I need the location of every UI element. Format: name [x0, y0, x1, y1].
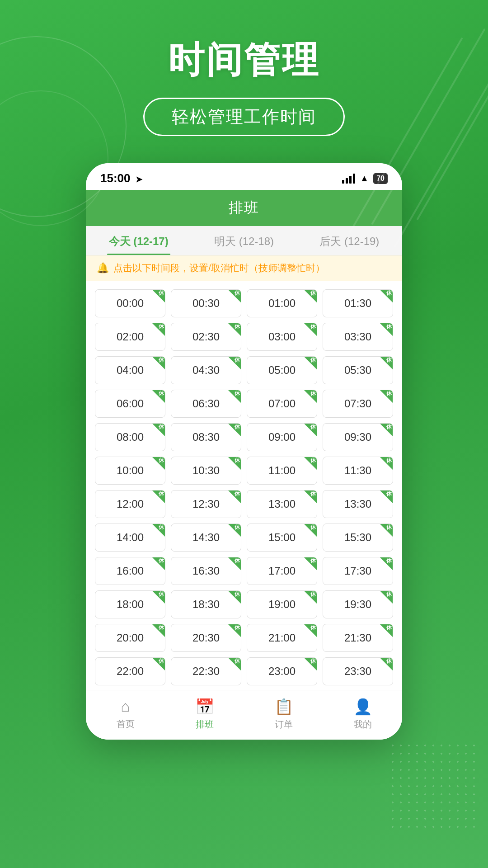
- time-slot-1500[interactable]: 15:00 休: [247, 524, 317, 552]
- rest-text: 休: [159, 524, 164, 530]
- time-slot-1900[interactable]: 19:00 休: [247, 590, 317, 618]
- rest-text: 休: [159, 558, 164, 563]
- time-slot-1130[interactable]: 11:30 休: [323, 457, 393, 485]
- time-slot-1100[interactable]: 11:00 休: [247, 457, 317, 485]
- time-slot-0600[interactable]: 06:00 休: [95, 390, 165, 418]
- status-icons: ▲ 70: [342, 173, 388, 184]
- time-slot-0500[interactable]: 05:00 休: [247, 356, 317, 384]
- time-slot-1000[interactable]: 10:00 休: [95, 457, 165, 485]
- time-slot-label: 21:00: [268, 632, 296, 644]
- time-slot-1730[interactable]: 17:30 休: [323, 557, 393, 585]
- time-slot-2200[interactable]: 22:00 休: [95, 657, 165, 685]
- time-slot-2230[interactable]: 22:30 休: [171, 657, 241, 685]
- time-slot-0300[interactable]: 03:00 休: [247, 323, 317, 351]
- main-title: 时间管理: [143, 36, 345, 85]
- time-slot-label: 20:30: [192, 632, 220, 644]
- app-header-title: 排班: [229, 199, 259, 216]
- nav-item-schedule[interactable]: 📅 排班: [165, 698, 244, 731]
- time-slot-1330[interactable]: 13:30 休: [323, 490, 393, 518]
- nav-label-home: 首页: [117, 718, 135, 730]
- time-slot-2100[interactable]: 21:00 休: [247, 624, 317, 652]
- notice-text: 点击以下时间段，设置/取消忙时（技师调整忙时）: [113, 262, 325, 274]
- bg-dots: [389, 741, 479, 832]
- rest-text: 休: [235, 591, 240, 597]
- time-slot-1230[interactable]: 12:30 休: [171, 490, 241, 518]
- subtitle-badge: 轻松管理工作时间: [143, 98, 345, 136]
- rest-text: 休: [235, 458, 240, 463]
- rest-text: 休: [310, 491, 316, 496]
- time-slot-0930[interactable]: 09:30 休: [323, 423, 393, 451]
- rest-text: 休: [235, 558, 240, 563]
- nav-label-profile: 我的: [354, 718, 372, 731]
- time-slot-label: 18:00: [117, 598, 144, 610]
- time-slot-1700[interactable]: 17:00 休: [247, 557, 317, 585]
- time-slot-1300[interactable]: 13:00 休: [247, 490, 317, 518]
- rest-text: 休: [235, 491, 240, 496]
- time-slot-0900[interactable]: 09:00 休: [247, 423, 317, 451]
- rest-text: 休: [235, 625, 240, 630]
- time-slot-1830[interactable]: 18:30 休: [171, 590, 241, 618]
- time-slot-1600[interactable]: 16:00 休: [95, 557, 165, 585]
- time-slot-1200[interactable]: 12:00 休: [95, 490, 165, 518]
- rest-text: 休: [159, 491, 164, 496]
- time-slot-label: 23:30: [344, 665, 371, 677]
- time-slot-0530[interactable]: 05:30 休: [323, 356, 393, 384]
- time-slot-label: 00:30: [192, 297, 220, 309]
- time-slot-1800[interactable]: 18:00 休: [95, 590, 165, 618]
- time-slot-label: 09:00: [268, 431, 296, 443]
- time-slot-2330[interactable]: 23:30 休: [323, 657, 393, 685]
- time-slot-0330[interactable]: 03:30 休: [323, 323, 393, 351]
- rest-text: 休: [386, 558, 392, 563]
- rest-text: 休: [310, 391, 316, 396]
- rest-text: 休: [386, 491, 392, 496]
- bottom-nav: ⌂ 首页 📅 排班 📋 订单 👤 我的: [86, 690, 402, 740]
- time-slot-1030[interactable]: 10:30 休: [171, 457, 241, 485]
- time-slot-0630[interactable]: 06:30 休: [171, 390, 241, 418]
- time-slot-2300[interactable]: 23:00 休: [247, 657, 317, 685]
- time-slot-1400[interactable]: 14:00 休: [95, 524, 165, 552]
- time-slot-label: 13:30: [344, 498, 371, 510]
- time-slot-label: 22:00: [117, 665, 144, 677]
- rest-text: 休: [159, 591, 164, 597]
- time-slot-label: 08:30: [192, 431, 220, 443]
- time-slot-0030[interactable]: 00:30 休: [171, 289, 241, 317]
- time-slot-0230[interactable]: 02:30 休: [171, 323, 241, 351]
- time-slot-1430[interactable]: 14:30 休: [171, 524, 241, 552]
- time-slot-label: 18:30: [192, 598, 220, 610]
- time-slot-0400[interactable]: 04:00 休: [95, 356, 165, 384]
- subtitle-text: 轻松管理工作时间: [172, 107, 316, 126]
- rest-text: 休: [235, 290, 240, 296]
- nav-item-profile[interactable]: 👤 我的: [323, 698, 402, 731]
- tab-tomorrow[interactable]: 明天 (12-18): [191, 226, 296, 255]
- rest-text: 休: [310, 458, 316, 463]
- page-wrapper: 时间管理 轻松管理工作时间 15:00 ➤ ▲ 70: [0, 0, 488, 868]
- time-slot-0800[interactable]: 08:00 休: [95, 423, 165, 451]
- time-slot-label: 01:30: [344, 297, 371, 309]
- time-slot-label: 11:30: [344, 464, 371, 476]
- time-slot-0200[interactable]: 02:00 休: [95, 323, 165, 351]
- tab-today[interactable]: 今天 (12-17): [86, 226, 191, 255]
- time-slot-0430[interactable]: 04:30 休: [171, 356, 241, 384]
- nav-item-home[interactable]: ⌂ 首页: [86, 698, 165, 731]
- time-slot-2030[interactable]: 20:30 休: [171, 624, 241, 652]
- time-slot-0730[interactable]: 07:30 休: [323, 390, 393, 418]
- notice-bar: 🔔 点击以下时间段，设置/取消忙时（技师调整忙时）: [86, 255, 402, 281]
- time-slot-label: 02:00: [117, 330, 144, 343]
- time-slot-2130[interactable]: 21:30 休: [323, 624, 393, 652]
- time-slot-label: 08:00: [117, 431, 144, 443]
- profile-icon: 👤: [353, 698, 372, 716]
- time-slot-0000[interactable]: 00:00 休: [95, 289, 165, 317]
- time-slot-0830[interactable]: 08:30 休: [171, 423, 241, 451]
- time-slot-0700[interactable]: 07:00 休: [247, 390, 317, 418]
- tab-day-after[interactable]: 后天 (12-19): [297, 226, 402, 255]
- nav-item-order[interactable]: 📋 订单: [244, 698, 323, 731]
- time-slot-0100[interactable]: 01:00 休: [247, 289, 317, 317]
- home-icon: ⌂: [121, 698, 130, 715]
- time-slot-1930[interactable]: 19:30 休: [323, 590, 393, 618]
- time-slot-1530[interactable]: 15:30 休: [323, 524, 393, 552]
- status-time: 15:00 ➤: [100, 171, 142, 185]
- time-slot-1630[interactable]: 16:30 休: [171, 557, 241, 585]
- schedule-icon: 📅: [195, 698, 214, 716]
- time-slot-0130[interactable]: 01:30 休: [323, 289, 393, 317]
- time-slot-2000[interactable]: 20:00 休: [95, 624, 165, 652]
